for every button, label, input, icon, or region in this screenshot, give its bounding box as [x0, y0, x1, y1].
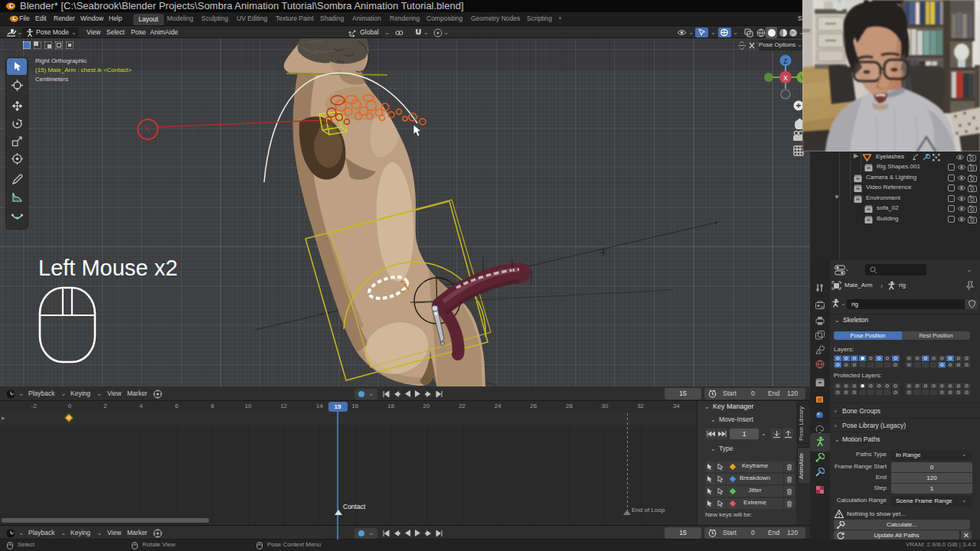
svg-text:X: X: [783, 74, 788, 82]
svg-text:Z: Z: [783, 57, 788, 65]
